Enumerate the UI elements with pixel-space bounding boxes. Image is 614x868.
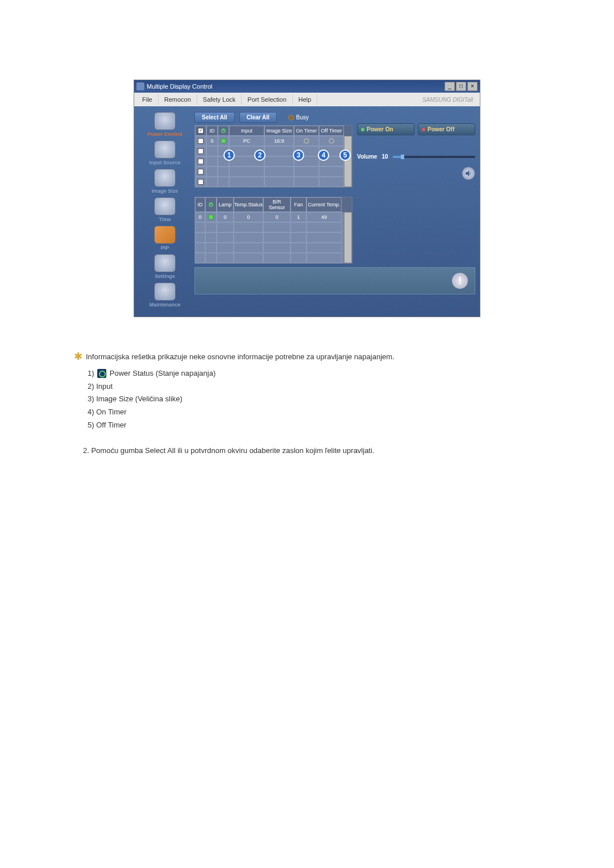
right-panel: Power On Power Off Volume 10 bbox=[357, 112, 475, 264]
table-row[interactable]: 0 0 0 0 1 49 bbox=[195, 212, 344, 222]
busy-dot-icon bbox=[288, 115, 294, 121]
table-row[interactable]: 0 PC 16:9 bbox=[195, 136, 344, 146]
sidebar-image-size[interactable]: Image Size bbox=[142, 169, 188, 194]
list-item: 2) Input bbox=[88, 381, 540, 393]
busy-indicator: Busy bbox=[288, 114, 309, 121]
speaker-icon bbox=[465, 170, 472, 177]
star-icon: ✱ bbox=[74, 351, 82, 363]
menubar: File Remocon Safety Lock Port Selection … bbox=[134, 93, 480, 106]
col-id2: ID bbox=[195, 197, 205, 212]
table-row bbox=[195, 156, 344, 167]
maximize-button[interactable]: □ bbox=[456, 82, 466, 91]
sidebar-input-source[interactable]: Input Source bbox=[142, 140, 188, 165]
sidebar-power-control[interactable]: Power Control bbox=[142, 112, 188, 137]
on-timer-icon bbox=[304, 138, 309, 144]
status-grid: ID Lamp Temp.Status B/R Sensor Fan Curre… bbox=[194, 197, 352, 264]
intro-text: Informacijska rešetka prikazuje neke osn… bbox=[86, 351, 395, 363]
power-off-button[interactable]: Power Off bbox=[418, 123, 475, 135]
maintenance-icon bbox=[154, 283, 176, 301]
col-image-size: Image Size bbox=[264, 126, 294, 136]
col-id: ID bbox=[206, 126, 218, 136]
document-text: ✱ Informacijska rešetka prikazuje neke o… bbox=[74, 351, 540, 457]
clear-all-button[interactable]: Clear All bbox=[239, 112, 277, 123]
col-br-sensor: B/R Sensor bbox=[263, 197, 291, 212]
time-icon bbox=[154, 197, 176, 215]
settings-icon bbox=[154, 254, 176, 272]
col-on-timer: On Timer bbox=[294, 126, 319, 136]
menu-port-selection[interactable]: Port Selection bbox=[242, 94, 292, 105]
red-dot-icon bbox=[422, 128, 425, 131]
display-grid: 1 2 3 4 5 ID Input Image Size On bbox=[194, 125, 352, 188]
volume-value: 10 bbox=[381, 153, 388, 160]
paragraph-2: 2. Pomoću gumba Select All ili u potvrdn… bbox=[83, 445, 540, 457]
svg-marker-4 bbox=[466, 171, 469, 176]
col-temp-status: Temp.Status bbox=[234, 197, 263, 212]
table-row bbox=[195, 232, 344, 243]
table-row bbox=[195, 253, 344, 263]
row-checkbox[interactable] bbox=[198, 138, 204, 144]
status-bar: ! bbox=[194, 267, 475, 294]
select-all-button[interactable]: Select All bbox=[194, 112, 235, 123]
info-icon: ! bbox=[452, 273, 468, 289]
volume-control: Volume 10 bbox=[357, 153, 475, 160]
pip-icon bbox=[154, 226, 176, 244]
window-title: Multiple Display Control bbox=[147, 83, 213, 90]
table-row bbox=[195, 243, 344, 253]
sidebar-settings[interactable]: Settings bbox=[142, 254, 188, 279]
list-item: 4) On Timer bbox=[88, 406, 540, 418]
app-icon bbox=[136, 82, 144, 90]
table-row bbox=[195, 177, 344, 187]
col-lamp: Lamp bbox=[217, 197, 234, 212]
power-icon bbox=[154, 112, 176, 130]
titlebar: Multiple Display Control _ □ × bbox=[134, 80, 480, 93]
col-off-timer: Off Timer bbox=[319, 126, 344, 136]
main-panel: Select All Clear All Busy 1 2 3 4 bbox=[194, 112, 475, 312]
close-button[interactable]: × bbox=[467, 82, 478, 91]
col-pwr2 bbox=[205, 197, 217, 212]
header-checkbox[interactable] bbox=[198, 128, 204, 134]
off-timer-icon bbox=[329, 138, 334, 144]
col-checkbox bbox=[195, 126, 206, 136]
list-item: 5) Off Timer bbox=[88, 420, 540, 431]
scrollbar[interactable] bbox=[344, 212, 352, 263]
menu-remocon[interactable]: Remocon bbox=[159, 94, 197, 105]
power-status-icon bbox=[208, 214, 214, 220]
sidebar: Power Control Input Source Image Size Ti… bbox=[139, 112, 191, 312]
col-fan: Fan bbox=[291, 197, 306, 212]
col-power bbox=[218, 126, 229, 136]
green-dot-icon bbox=[361, 128, 364, 131]
table-row bbox=[195, 167, 344, 177]
list-item: 3) Image Size (Veličina slike) bbox=[88, 393, 540, 405]
brand-logo: SAMSUNG DIGITall bbox=[422, 97, 478, 103]
sidebar-pip[interactable]: PIP bbox=[142, 226, 188, 251]
content-area: Power Control Input Source Image Size Ti… bbox=[134, 106, 480, 317]
col-current-temp: Current Temp. bbox=[306, 197, 342, 212]
scrollbar[interactable] bbox=[344, 136, 352, 187]
volume-thumb[interactable] bbox=[401, 155, 404, 159]
table-row bbox=[195, 222, 344, 232]
sidebar-time[interactable]: Time bbox=[142, 197, 188, 222]
col-input: Input bbox=[229, 126, 264, 136]
menu-help[interactable]: Help bbox=[293, 94, 318, 105]
input-icon bbox=[154, 140, 176, 159]
table-row bbox=[195, 146, 344, 156]
speaker-button[interactable] bbox=[462, 167, 475, 180]
list-item: 1) Power Status (Stanje napajanja) bbox=[88, 368, 540, 380]
power-on-button[interactable]: Power On bbox=[357, 123, 414, 135]
volume-label: Volume bbox=[357, 153, 377, 160]
menu-file[interactable]: File bbox=[136, 94, 159, 105]
menu-safety-lock[interactable]: Safety Lock bbox=[197, 94, 242, 105]
power-status-icon bbox=[221, 138, 226, 144]
volume-slider[interactable] bbox=[393, 156, 475, 158]
power-badge-icon bbox=[97, 369, 106, 378]
sidebar-maintenance[interactable]: Maintenance bbox=[142, 283, 188, 308]
image-size-icon bbox=[154, 169, 176, 187]
app-window: Multiple Display Control _ □ × File Remo… bbox=[134, 80, 480, 317]
minimize-button[interactable]: _ bbox=[445, 82, 455, 91]
